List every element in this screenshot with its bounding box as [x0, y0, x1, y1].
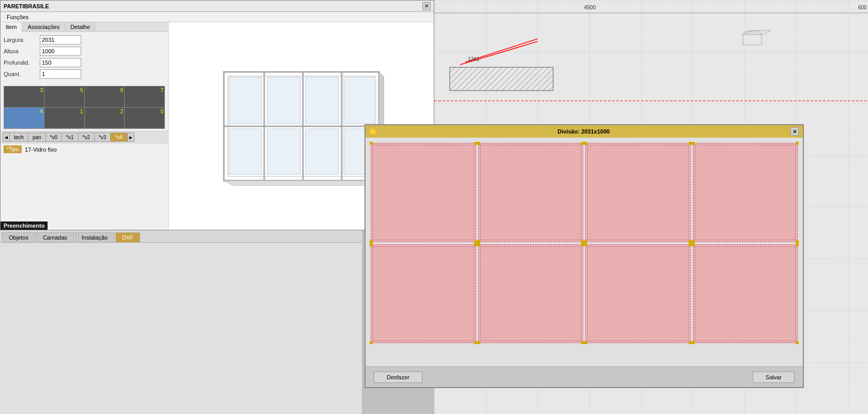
- dot-tr-0-0: [474, 142, 477, 145]
- dot-br-1-3: [796, 341, 799, 344]
- title-bar: PARETIBRASILE ✕: [1, 1, 434, 12]
- profundid-label: Profundid.: [4, 60, 40, 66]
- scroll-right-button[interactable]: ►: [127, 132, 134, 142]
- vtab-v3[interactable]: *v3: [95, 132, 111, 142]
- dot-br-0-3: [796, 240, 799, 243]
- tab-objetos[interactable]: Objetos: [2, 232, 35, 242]
- svg-rect-21: [306, 77, 339, 124]
- divisao-cell-1-0[interactable]: [371, 244, 476, 344]
- dot-bl-0-2: [584, 240, 587, 243]
- divisao-cell-0-0[interactable]: [371, 143, 476, 242]
- tab-instalacao[interactable]: Instalação: [75, 232, 114, 242]
- tab-detalhe[interactable]: Detalhe: [65, 22, 96, 32]
- svg-marker-27: [224, 181, 384, 186]
- tab-item[interactable]: Item: [1, 22, 22, 32]
- altura-input[interactable]: [40, 47, 81, 56]
- vtab-v4[interactable]: *v4: [111, 132, 127, 142]
- window-frame-svg: [219, 67, 384, 186]
- dot-bl-0-1: [477, 240, 480, 243]
- dot-bl-1-3: [692, 341, 695, 344]
- grid-cell-2[interactable]: 2: [85, 108, 125, 128]
- dot-bl-1-0: [370, 341, 373, 344]
- divisao-title-bar: 🟡 Divisão: 2031x1000 ✕: [366, 125, 803, 138]
- grid-cell-3[interactable]: 3: [4, 86, 44, 107]
- properties-panel: Largura Altura Profundid. Quant.: [1, 32, 168, 84]
- tooltip-label: Preenchimento: [4, 223, 44, 229]
- dot-tr-0-2: [689, 142, 692, 145]
- ruler-600-label: 600: [858, 5, 867, 10]
- dot-bl-1-2: [584, 341, 587, 344]
- salvar-button[interactable]: Salvar: [753, 372, 795, 383]
- close-button[interactable]: ✕: [422, 2, 431, 10]
- largura-label: Largura: [4, 37, 40, 43]
- grid-cell-6[interactable]: 6: [85, 86, 125, 107]
- dot-tl-0-0: [370, 142, 373, 145]
- vtab-tech[interactable]: tech: [10, 132, 28, 142]
- grid-cell-0[interactable]: 0: [125, 108, 164, 128]
- divisao-dialog: 🟡 Divisão: 2031x1000 ✕: [364, 124, 804, 388]
- svg-rect-20: [267, 77, 300, 124]
- svg-rect-22: [344, 77, 376, 124]
- dot-tr-0-3: [796, 142, 799, 145]
- quant-input[interactable]: [40, 69, 81, 79]
- divisao-title-icon: 🟡: [370, 128, 377, 135]
- divisao-content: [366, 138, 803, 366]
- svg-rect-9: [743, 35, 762, 45]
- grid-cell-5[interactable]: 5: [44, 86, 84, 107]
- svg-rect-24: [267, 129, 300, 174]
- divisao-title-text: Divisão: 2031x1000: [558, 128, 610, 135]
- grid-panel: 3 5 6 7 4 1 2 0: [4, 86, 165, 129]
- desfazer-button[interactable]: Desfazer: [374, 372, 422, 383]
- menu-fonctions[interactable]: Funções: [3, 14, 33, 20]
- dot-bl-1-1: [477, 341, 480, 344]
- scroll-tabs: ◄ tech pan *v0 *v1 *v2 *v3 *v4 ►: [1, 131, 168, 143]
- dimension-1241: 1241: [468, 56, 480, 62]
- altura-label: Altura: [4, 48, 40, 54]
- left-panel: Item Associações Detalhe Largura Altura …: [1, 22, 169, 230]
- divisao-cell-1-2[interactable]: [585, 244, 691, 344]
- dot-tr-1-3: [796, 243, 799, 246]
- ruler-4500-label: 4500: [584, 5, 596, 10]
- dot-tl-0-1: [477, 142, 480, 145]
- dot-tl-0-3: [692, 142, 695, 145]
- divisao-cell-0-3[interactable]: [693, 143, 798, 242]
- bottom-tab-bar: Objetos Camadas Instalação DXF: [0, 230, 362, 243]
- quant-label: Quant.: [4, 71, 40, 77]
- tipo-label: *Tipo: [4, 145, 22, 153]
- largura-input[interactable]: [40, 35, 81, 45]
- dot-br-1-0: [474, 341, 477, 344]
- scroll-left-button[interactable]: ◄: [3, 132, 10, 142]
- grid-cell-1[interactable]: 1: [44, 108, 84, 128]
- largura-row: Largura: [4, 35, 165, 45]
- tab-dxf[interactable]: DXF: [115, 232, 140, 242]
- vtab-pan[interactable]: pan: [28, 132, 46, 142]
- vtab-v1[interactable]: *v1: [62, 132, 78, 142]
- tooltip: Preenchimento: [1, 221, 48, 230]
- divisao-cell-1-1[interactable]: [478, 244, 584, 344]
- quant-row: Quant.: [4, 69, 165, 79]
- grid-cell-7[interactable]: 7: [125, 86, 164, 107]
- grid-cell-4[interactable]: 4: [4, 108, 44, 128]
- divisao-grid: [371, 143, 798, 343]
- dot-tr-1-0: [474, 243, 477, 246]
- tab-bar: Item Associações Detalhe: [1, 22, 168, 32]
- tab-camadas[interactable]: Camadas: [36, 232, 74, 242]
- dot-tl-1-3: [692, 243, 695, 246]
- divisao-close-button[interactable]: ✕: [790, 127, 799, 136]
- divisao-cell-1-3[interactable]: [693, 244, 798, 344]
- vtab-v0[interactable]: *v0: [46, 132, 62, 142]
- tab-associacoes[interactable]: Associações: [22, 22, 65, 32]
- divisao-cell-0-2[interactable]: [585, 143, 691, 242]
- profundid-input[interactable]: [40, 58, 81, 67]
- dot-tl-1-1: [477, 243, 480, 246]
- svg-rect-6: [450, 67, 553, 91]
- dot-br-0-0: [474, 240, 477, 243]
- dot-tr-1-2: [689, 243, 692, 246]
- menu-bar: Funções: [1, 12, 434, 22]
- svg-rect-25: [306, 129, 339, 174]
- bottom-area: Objetos Camadas Instalação DXF: [0, 230, 362, 414]
- dot-br-1-2: [689, 341, 692, 344]
- divisao-cell-0-1[interactable]: [478, 143, 584, 242]
- type-description: 17-Vidro fixo: [25, 146, 57, 153]
- vtab-v2[interactable]: *v2: [79, 132, 95, 142]
